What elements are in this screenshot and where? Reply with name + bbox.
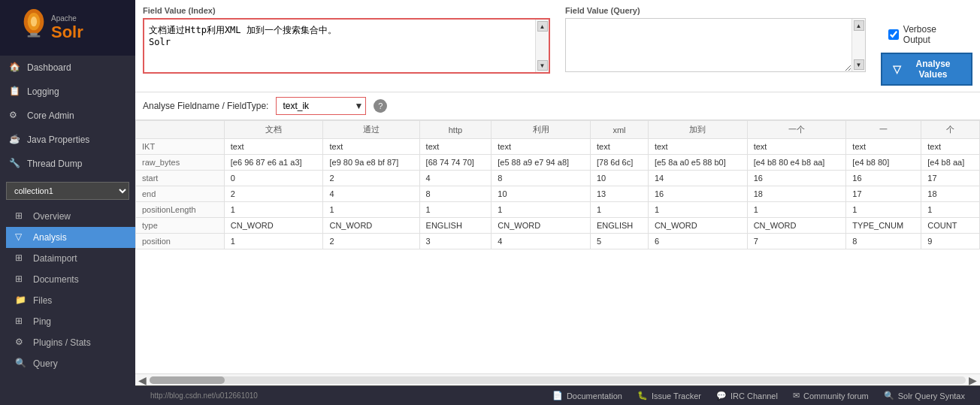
scroll-up-btn[interactable]: ▲ (537, 21, 548, 32)
sidebar-nav: 🏠 Dashboard 📋 Logging ⚙ Core Admin ☕ Jav… (0, 56, 135, 405)
solr-label: Solr (51, 23, 83, 42)
field-value-index-label: Field Value (Index) (143, 6, 550, 15)
table-cell: 1 (224, 202, 323, 218)
sidebar-label-dataimport: Dataimport (33, 253, 77, 264)
sidebar-item-dataimport[interactable]: ⊞ Dataimport (6, 248, 135, 269)
table-cell: 10 (492, 186, 591, 202)
svg-rect-3 (30, 33, 38, 35)
scroll-right-btn[interactable]: ▶ (969, 374, 977, 386)
scroll-down-btn[interactable]: ▼ (537, 60, 548, 71)
footer-issue-tracker[interactable]: 🐛 Issue Tracker (637, 391, 701, 400)
table-cell: text (747, 139, 846, 155)
table-cell: 14 (648, 171, 747, 186)
field-value-query-textarea[interactable] (566, 19, 851, 71)
table-cell: TYPE_CNUM (846, 218, 921, 234)
table-col-4: 利用 (492, 121, 591, 139)
filter-icon: ▽ (893, 63, 901, 75)
sidebar-label-dashboard: Dashboard (27, 62, 71, 73)
table-cell: text (648, 139, 747, 155)
sidebar-item-logging[interactable]: 📋 Logging (0, 80, 135, 104)
table-cell: 16 (846, 171, 921, 186)
table-cell: 1 (648, 202, 747, 218)
table-row: positionLength111111111 (136, 202, 980, 218)
sidebar-item-query[interactable]: 🔍 Query (6, 353, 135, 374)
sidebar-item-documents[interactable]: ⊞ Documents (6, 269, 135, 290)
field-value-index-wrapper: ▲ ▼ (143, 18, 550, 74)
sidebar-item-core-admin[interactable]: ⚙ Core Admin (0, 104, 135, 128)
table-cell: [78 6d 6c] (590, 155, 648, 171)
footer-documentation[interactable]: 📄 Documentation (552, 391, 622, 400)
table-cell: 2 (323, 171, 419, 186)
fieldname-select[interactable]: text_ik (276, 97, 366, 115)
footer-solr-query-syntax[interactable]: 🔍 Solr Query Syntax (884, 391, 965, 400)
table-cell: CN_WORD (224, 218, 323, 234)
analyse-button-label: Analyse Values (906, 59, 960, 80)
sidebar-label-plugins-stats: Plugins / Stats (33, 337, 91, 348)
field-value-index-textarea[interactable] (144, 20, 535, 72)
footer-query-syntax-label: Solr Query Syntax (898, 391, 965, 400)
row-label-end: end (136, 186, 225, 202)
sidebar-item-thread-dump[interactable]: 🔧 Thread Dump (0, 152, 135, 176)
table-row: position123456789 (136, 234, 980, 249)
sidebar-item-dashboard[interactable]: 🏠 Dashboard (0, 56, 135, 80)
analysis-table-wrapper[interactable]: 文档 通过 http 利用 xml 加到 一个 一 个 IKTtexttextt… (135, 120, 980, 373)
table-cell: [e4 b8 80] (846, 155, 921, 171)
analyse-button[interactable]: ▽ Analyse Values (881, 53, 972, 86)
field-value-index-section: Field Value (Index) ▲ ▼ (143, 6, 550, 86)
footer-irc-label: IRC Channel (730, 391, 778, 400)
scrollbar-thumb[interactable] (150, 376, 225, 384)
table-cell: [e5 88 a9 e7 94 a8] (492, 155, 591, 171)
collection-selector[interactable]: collection1 (6, 182, 129, 200)
table-cell: text (323, 139, 419, 155)
verbose-label: Verbose Output (903, 24, 965, 45)
sidebar-label-java-properties: Java Properties (27, 134, 89, 145)
table-row: typeCN_WORDCN_WORDENGLISHCN_WORDENGLISHC… (136, 218, 980, 234)
scroll-left-btn[interactable]: ◀ (138, 374, 147, 386)
fieldname-label: Analyse Fieldname / FieldType: (143, 101, 268, 111)
analysis-panel: Field Value (Index) ▲ ▼ Field Value (Que… (135, 0, 980, 385)
table-col-6: 加到 (648, 121, 747, 139)
table-header-label (136, 121, 225, 139)
apache-label: Apache (51, 14, 83, 23)
row-label-position: position (136, 234, 225, 249)
query-scroll-up-btn[interactable]: ▲ (854, 20, 864, 31)
sidebar-label-query: Query (33, 358, 58, 369)
verbose-checkbox[interactable] (888, 29, 899, 40)
table-cell: [e4 b8 80 e4 b8 aa] (747, 155, 846, 171)
dashboard-icon: 🏠 (9, 62, 21, 74)
query-scroll-down-btn[interactable]: ▼ (854, 59, 864, 70)
table-cell: 1 (492, 202, 591, 218)
table-cell: 8 (419, 186, 492, 202)
sidebar-item-analysis[interactable]: ▽ Analysis (6, 227, 135, 248)
collection-select[interactable]: collection1 (6, 182, 129, 200)
table-cell: 16 (747, 171, 846, 186)
documents-icon: ⊞ (15, 274, 27, 286)
table-col-8: 一 (846, 121, 921, 139)
sidebar-logo: Apache Solr (0, 0, 135, 56)
footer-irc-channel[interactable]: 💬 IRC Channel (716, 391, 778, 400)
sidebar-item-plugins-stats[interactable]: ⚙ Plugins / Stats (6, 332, 135, 353)
files-icon: 📁 (15, 295, 27, 307)
table-cell: 4 (323, 186, 419, 202)
sidebar-label-analysis: Analysis (33, 232, 67, 243)
sidebar-item-java-properties[interactable]: ☕ Java Properties (0, 128, 135, 152)
doc-icon: 📄 (552, 391, 563, 400)
table-cell: 3 (419, 234, 492, 249)
table-cell: 2 (224, 186, 323, 202)
sidebar-item-overview[interactable]: ⊞ Overview (6, 206, 135, 227)
help-icon[interactable]: ? (374, 99, 387, 113)
table-cell: 10 (590, 171, 648, 186)
table-cell: 1 (846, 202, 921, 218)
table-cell: 1 (224, 234, 323, 249)
sidebar-item-ping[interactable]: ⊞ Ping (6, 311, 135, 332)
sidebar-item-files[interactable]: 📁 Files (6, 290, 135, 311)
footer-community-forum[interactable]: ✉ Community forum (793, 391, 869, 400)
scrollbar-track[interactable] (150, 376, 966, 384)
table-cell: ENGLISH (590, 218, 648, 234)
table-col-5: xml (590, 121, 648, 139)
footer-issue-label: Issue Tracker (652, 391, 701, 400)
sidebar-label-core-admin: Core Admin (27, 110, 74, 121)
table-col-9: 个 (921, 121, 980, 139)
collection-subnav: ⊞ Overview ▽ Analysis ⊞ Dataimport ⊞ Doc… (0, 206, 135, 374)
table-cell: 5 (590, 234, 648, 249)
